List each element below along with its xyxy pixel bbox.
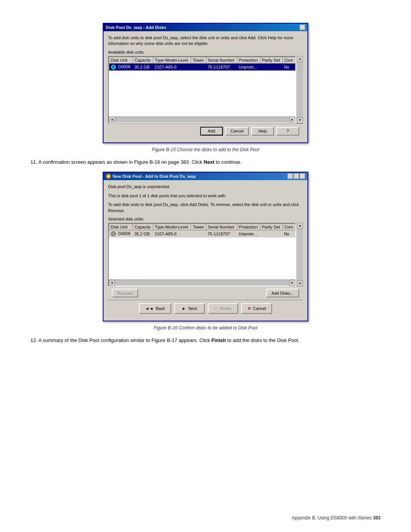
scroll2-left-arrow[interactable]: ◄ — [109, 280, 115, 286]
help-button[interactable]: Help — [251, 127, 274, 136]
col2-type-model-level: Type-Model-Level — [153, 224, 191, 230]
step-11-number: 11. — [30, 159, 37, 165]
step-12-number: 12. — [30, 337, 37, 343]
dialog2-table-body: Dd006 35.2 GB 2107-A85-0 75-1118707 Unpr… — [109, 230, 295, 237]
step-11-text2: to continue. — [216, 159, 241, 165]
dialog2-table-scroll: Disk Unit Capacity Type-Model-Level Towe… — [109, 224, 295, 280]
cancel-nav-button[interactable]: ✕ Cancel — [241, 303, 272, 314]
finish-check-icon: ✓ — [214, 306, 218, 311]
maximize-btn[interactable]: □ — [294, 174, 299, 179]
cell-comp: No — [282, 63, 295, 70]
svg-point-1 — [113, 66, 114, 68]
step-12: 12. A summary of the Disk Pool configura… — [30, 337, 381, 344]
dialog1-table-inset: Disk Unit Capacity Type-Model-Level Towe… — [108, 56, 296, 123]
scroll2-down-arrow[interactable]: ▼ — [297, 280, 303, 286]
col-comp: Com — [282, 57, 295, 63]
dialog1-section-label: Available disk units: — [108, 50, 303, 54]
cell2-capacity: 35.2 GB — [133, 230, 153, 237]
dialog1-body: To add disk units to disk pool Ds_iasp, … — [104, 31, 307, 142]
page-content: Disk Pool Ds_iasp - Add Disks × To add d… — [0, 0, 411, 373]
cell-tower — [191, 63, 206, 70]
dialog1-v-scrollbar[interactable]: ▲ ▼ — [297, 56, 303, 123]
dialog1-table-area: Disk Unit Capacity Type-Model-Level Towe… — [108, 56, 296, 123]
cancel-nav-label: Cancel — [253, 306, 266, 311]
col2-disk-unit: Disk Unit — [109, 224, 133, 230]
col2-parity-set: Parity Set — [260, 224, 283, 230]
next-button[interactable]: ► Next — [174, 303, 205, 314]
dialog2-titlebar-buttons: _ □ × — [288, 174, 305, 179]
step-11-bold: Next — [204, 159, 214, 165]
dialog1-table-head: Disk Unit Capacity Type-Model-Level Towe… — [109, 57, 295, 63]
back-label: Back — [156, 306, 165, 311]
footer-page-num: 383 — [373, 515, 381, 521]
dialog2-table-head: Disk Unit Capacity Type-Model-Level Towe… — [109, 224, 295, 230]
cell-protection: Unprote... — [237, 63, 260, 70]
cancel-button[interactable]: Cancel — [225, 127, 249, 136]
dialog2-v-scrollbar[interactable]: ▲ ▼ — [297, 223, 303, 286]
dialog2-titlebar: New Disk Pool - Add to Disk Pool Ds_iasp… — [104, 173, 307, 180]
page-footer: Appendix B. Using DS8000 with iSeries 38… — [292, 515, 381, 521]
dialog2-table-area: Disk Unit Capacity Type-Model-Level Towe… — [108, 223, 296, 286]
scroll-track[interactable] — [115, 117, 289, 123]
dialog1-empty-area — [109, 71, 295, 117]
col-disk-unit: Disk Unit — [109, 57, 133, 63]
dialog1-titlebar-buttons: × — [300, 25, 305, 30]
disk-icon — [111, 64, 116, 70]
dialog2-section-label: Selected disk units: — [108, 217, 303, 221]
dialog2-new-disk-pool: New Disk Pool - Add to Disk Pool Ds_iasp… — [103, 172, 308, 321]
add-button[interactable]: Add — [200, 127, 223, 136]
disk2-icon — [111, 231, 116, 236]
col2-capacity: Capacity — [133, 224, 153, 230]
dialog2-toolbar: Remove Add Disks... — [108, 286, 303, 300]
question-button[interactable]: ? — [276, 127, 299, 136]
cell-parity-set — [260, 63, 283, 70]
cell2-type-model-level: 2107-A85-0 — [153, 230, 191, 237]
scroll-right-arrow[interactable]: ► — [289, 117, 295, 123]
dialog2-text3: To add disk units to disk pool Ds_iasp, … — [108, 202, 303, 214]
figure-caption-1: Figure B-15 Choose the disks to add to t… — [30, 147, 381, 152]
dialog1-description: To add disk units to disk pool Ds_iasp, … — [108, 35, 303, 47]
dialog2-empty-area — [109, 238, 295, 280]
scroll2-up-arrow[interactable]: ▲ — [297, 223, 303, 229]
scroll2-right-arrow[interactable]: ► — [289, 280, 295, 286]
cell2-disk-unit: Dd006 — [109, 230, 133, 237]
dialog1-h-scrollbar[interactable]: ◄ ► — [109, 117, 295, 123]
dialog1-close-btn[interactable]: × — [300, 25, 305, 30]
dialog2-title: New Disk Pool - Add to Disk Pool Ds_iasp — [113, 174, 196, 179]
col2-tower: Tower — [191, 224, 206, 230]
col-parity-set: Parity Set — [260, 57, 283, 63]
dialog1-add-disks: Disk Pool Ds_iasp - Add Disks × To add d… — [103, 23, 308, 143]
table-row[interactable]: Dd006 35.2 GB 2107-A85-0 75-1118707 Unpr… — [109, 230, 295, 237]
back-arrow-icon: ◄◄ — [145, 306, 153, 311]
v-scroll-track[interactable] — [297, 62, 303, 117]
v2-scroll-track[interactable] — [297, 229, 303, 280]
remove-button[interactable]: Remove — [112, 289, 138, 297]
scroll-up-arrow[interactable]: ▲ — [297, 56, 303, 62]
cell2-tower — [191, 230, 206, 237]
cell-disk-unit: Dd006 — [109, 63, 133, 70]
scroll-left-arrow[interactable]: ◄ — [109, 117, 115, 123]
dialog1-titlebar: Disk Pool Ds_iasp - Add Disks × — [104, 24, 307, 31]
back-button[interactable]: ◄◄ Back — [139, 303, 171, 314]
next-arrow-icon: ► — [182, 306, 186, 311]
dialog2-text2: This is disk pool 1 of 1 disk pools that… — [108, 193, 303, 199]
scroll2-track[interactable] — [115, 280, 289, 286]
finish-button[interactable]: ✓ Finish — [208, 303, 238, 314]
col-serial-number: Serial Number — [206, 57, 237, 63]
table-row[interactable]: Dd006 35.2 GB 2107-A85-0 75-1118707 Unpr… — [109, 63, 295, 70]
dialog2-title-area: New Disk Pool - Add to Disk Pool Ds_iasp — [106, 174, 196, 179]
add-disks-button[interactable]: Add Disks... — [266, 289, 299, 297]
minimize-btn[interactable]: _ — [288, 174, 293, 179]
col-protection: Protection — [237, 57, 260, 63]
close-btn[interactable]: × — [300, 174, 305, 179]
dialog2-body: Disk pool Ds_iasp is unprotected. This i… — [104, 180, 307, 321]
dialog2-h-scrollbar[interactable]: ◄ ► — [109, 280, 295, 286]
cell2-parity-set — [260, 230, 283, 237]
step-12-text2: to add the disks to the Disk Pool. — [227, 337, 299, 343]
step-11: 11. A confirmation screen appears as sho… — [30, 158, 381, 166]
dialog2-table-inset: Disk Unit Capacity Type-Model-Level Towe… — [108, 223, 296, 286]
scroll-down-arrow[interactable]: ▼ — [297, 117, 303, 123]
dialog1-footer: Add Cancel Help ? — [108, 123, 303, 139]
cell2-serial-number: 75-1118707 — [206, 230, 237, 237]
cancel-x-icon: ✕ — [247, 306, 251, 311]
